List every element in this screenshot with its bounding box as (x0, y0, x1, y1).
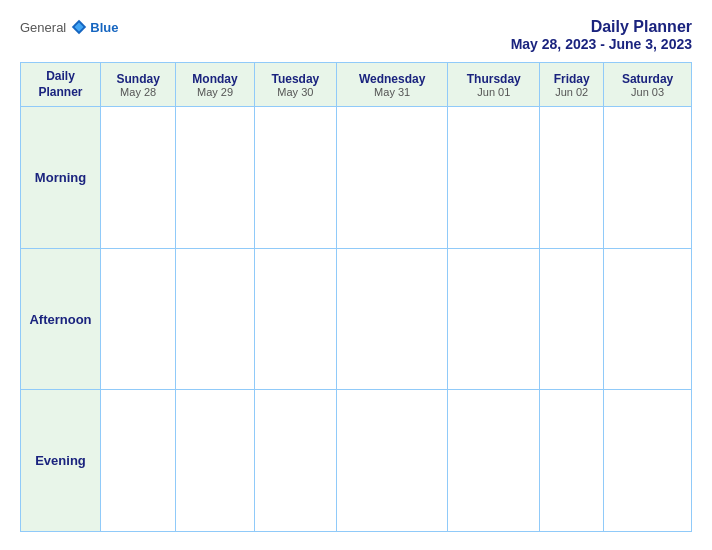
header-day-thursday: ThursdayJun 01 (448, 63, 540, 107)
logo-blue: Blue (90, 20, 118, 35)
cell-afternoon-wednesday[interactable] (336, 248, 447, 390)
planner-title: Daily Planner (511, 18, 692, 36)
cell-morning-wednesday[interactable] (336, 107, 447, 249)
table-row-morning: Morning (21, 107, 692, 249)
title-area: Daily Planner May 28, 2023 - June 3, 202… (511, 18, 692, 52)
cell-evening-tuesday[interactable] (254, 390, 336, 532)
header-day-monday: MondayMay 29 (176, 63, 254, 107)
cell-afternoon-thursday[interactable] (448, 248, 540, 390)
row-label-afternoon: Afternoon (21, 248, 101, 390)
cell-afternoon-tuesday[interactable] (254, 248, 336, 390)
cell-evening-saturday[interactable] (604, 390, 692, 532)
cell-evening-wednesday[interactable] (336, 390, 447, 532)
header-day-friday: FridayJun 02 (540, 63, 604, 107)
header-day-tuesday: TuesdayMay 30 (254, 63, 336, 107)
header-label-text: Daily Planner (23, 69, 98, 100)
cell-morning-sunday[interactable] (101, 107, 176, 249)
logo-area: General Blue (20, 18, 118, 36)
header-day-sunday: SundayMay 28 (101, 63, 176, 107)
row-label-morning: Morning (21, 107, 101, 249)
planner-date-range: May 28, 2023 - June 3, 2023 (511, 36, 692, 52)
header-label-cell: Daily Planner (21, 63, 101, 107)
logo-general: General (20, 20, 66, 35)
cell-afternoon-friday[interactable] (540, 248, 604, 390)
cell-evening-friday[interactable] (540, 390, 604, 532)
cell-morning-friday[interactable] (540, 107, 604, 249)
cell-evening-sunday[interactable] (101, 390, 176, 532)
cell-evening-thursday[interactable] (448, 390, 540, 532)
logo-icon (70, 18, 88, 36)
cell-morning-monday[interactable] (176, 107, 254, 249)
row-label-evening: Evening (21, 390, 101, 532)
table-header-row: Daily Planner SundayMay 28MondayMay 29Tu… (21, 63, 692, 107)
cell-morning-tuesday[interactable] (254, 107, 336, 249)
logo-text: General Blue (20, 18, 118, 36)
cell-afternoon-sunday[interactable] (101, 248, 176, 390)
header: General Blue Daily Planner May 28, 2023 … (20, 18, 692, 52)
planner-table: Daily Planner SundayMay 28MondayMay 29Tu… (20, 62, 692, 532)
cell-evening-monday[interactable] (176, 390, 254, 532)
cell-morning-thursday[interactable] (448, 107, 540, 249)
header-day-saturday: SaturdayJun 03 (604, 63, 692, 107)
cell-morning-saturday[interactable] (604, 107, 692, 249)
cell-afternoon-monday[interactable] (176, 248, 254, 390)
header-day-wednesday: WednesdayMay 31 (336, 63, 447, 107)
table-row-evening: Evening (21, 390, 692, 532)
cell-afternoon-saturday[interactable] (604, 248, 692, 390)
table-row-afternoon: Afternoon (21, 248, 692, 390)
